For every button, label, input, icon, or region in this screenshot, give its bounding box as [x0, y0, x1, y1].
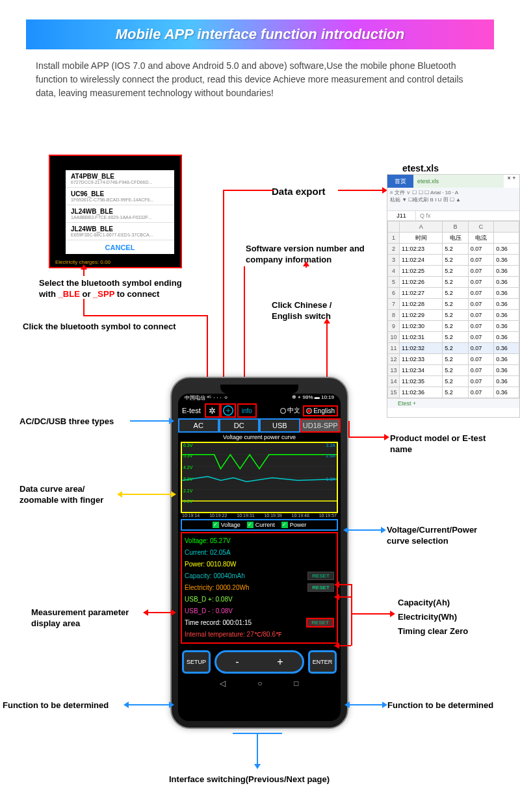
arrow [223, 190, 224, 391]
reset-capacity[interactable]: RESET [307, 572, 334, 580]
legend-power[interactable]: ✓Power [281, 522, 307, 528]
chart-title: Voltage current power curve [178, 433, 341, 442]
bt-device-row[interactable]: AT4PBW_BLE6727DCC9-2174-D748-F948-CFD66D… [66, 170, 174, 188]
tbd-left-label: Function to be determined [3, 700, 109, 711]
lang-cn[interactable]: 中文 [280, 405, 300, 416]
arrow [148, 612, 171, 613]
arrow [244, 266, 245, 392]
bt-device-row[interactable]: JL24WB_BLE1AA8BBB3-F7CE-6029-1AA4-F6332F… [66, 205, 174, 223]
xls-toolbar[interactable]: ≡ 文件 ∨ ☐ ☐ ☐ Arial · 10 · A 粘贴 ▼ ☐格式刷 B … [387, 188, 519, 211]
lang-switch-label: Click Chinese / English switch [272, 300, 350, 322]
android-nav: ◁ ○ □ [178, 676, 341, 689]
param-area-label: Measurement parameter display area [31, 607, 148, 629]
export-icon[interactable] [220, 403, 236, 418]
tab-usb[interactable]: USB [259, 418, 300, 433]
chart-area[interactable]: 6.3V 5.3V 4.2V 3.2V 2.1V 1.1V 3.2A 2.6A … [181, 442, 338, 513]
phone-notch [220, 385, 298, 394]
curve-area-label: Data curve area/ zoomable with finger [20, 484, 124, 506]
data-export-label: Data export [272, 185, 326, 198]
cell-ref[interactable]: J11 [387, 211, 416, 220]
bluetooth-icon[interactable]: ✲ [205, 403, 220, 418]
page-banner: Mobile APP interface function introducti… [26, 19, 494, 49]
xls-grid[interactable]: ABC1时间电压电流211:02:235.20.070.36311:02:245… [387, 221, 519, 398]
sheet-tab[interactable]: Etest + [387, 398, 519, 408]
info-button[interactable]: info [237, 403, 257, 418]
curve-selection-label: Voltage/Current/Power curve selection [387, 525, 497, 547]
arrow [351, 613, 390, 615]
arrow [130, 420, 169, 422]
arrow [83, 270, 84, 276]
arrow [83, 315, 207, 316]
close-icon[interactable]: × + [504, 175, 519, 188]
bt-select-label: Select the bluetooth symbol ending with … [39, 278, 188, 300]
parameters-panel: Voltage: 05.27V Current: 02.05A Power: 0… [181, 532, 338, 644]
arrow [233, 733, 282, 734]
arrow [122, 494, 171, 495]
type-tabs: AC DC USB UD18-SPP [178, 418, 341, 433]
arrow [339, 645, 351, 646]
tab-ac[interactable]: AC [178, 418, 219, 433]
tab-dc[interactable]: DC [219, 418, 260, 433]
three-types-label: AC/DC/USB three types [20, 416, 114, 427]
phone-mockup: 中国电信 ⁴ᴳ ⬝⬝⬝ ᯤ✻ ⌖ 98% ▬ 10:19 E-test ✲ in… [170, 377, 348, 729]
arrow [326, 324, 328, 325]
arrow [122, 494, 124, 495]
bluetooth-dialog-screenshot: AT4PBW_BLE6727DCC9-2174-D748-F948-CFD66D… [49, 155, 182, 268]
bt-device-row[interactable]: JL24WB_BLEE659F30C-86C1-0077-EED1-37CBCA… [66, 223, 174, 240]
arrow [348, 421, 350, 438]
app-toolbar: E-test ✲ info 中文 English [178, 403, 341, 418]
chart-legend: ✓Voltage ✓Current ✓Power [181, 519, 338, 531]
product-model: UD18-SPP [300, 418, 341, 433]
bt-connect-label: Click the bluetooth symbol to connect [23, 322, 176, 333]
arrow [350, 704, 382, 705]
electricity-label: Electricity(Wh) [398, 612, 457, 623]
arrow [339, 596, 351, 598]
timing-label: Timing clear Zero [398, 626, 468, 637]
arrow [348, 529, 350, 531]
back-icon[interactable]: ◁ [220, 679, 226, 688]
arrow [348, 437, 384, 438]
banner-title: Mobile APP interface function introducti… [116, 26, 404, 43]
app-name: E-test [178, 407, 205, 414]
arrow [83, 299, 84, 316]
iface-switch-label: Interface switching(Previous/Next page) [169, 774, 330, 785]
tbd-right-label: Function to be determined [387, 700, 493, 711]
arrow [338, 190, 382, 191]
reset-electricity[interactable]: RESET [307, 583, 334, 592]
product-model-label: Product model or E-test name [390, 433, 488, 455]
arrow [257, 733, 258, 764]
arrow [223, 190, 274, 191]
recent-icon[interactable]: □ [294, 679, 298, 688]
xls-tab-file[interactable]: etest.xls [413, 175, 504, 188]
home-icon[interactable]: ○ [257, 679, 262, 688]
xls-filename: etest.xls [402, 162, 439, 174]
next-page[interactable]: + [277, 656, 283, 668]
page-switcher[interactable]: - + [214, 650, 304, 674]
enter-button[interactable]: ENTER [308, 650, 337, 674]
bottom-button-row: SETUP - + ENTER [178, 645, 341, 676]
capacity-label: Capacity(Ah) [398, 598, 450, 609]
arrow [306, 266, 307, 268]
xls-tab-home[interactable]: 首页 [387, 175, 413, 188]
legend-current[interactable]: ✓Current [247, 522, 275, 528]
spreadsheet: 首页 etest.xls × + ≡ 文件 ∨ ☐ ☐ ☐ Arial · 10… [387, 174, 520, 418]
bt-device-row[interactable]: UC96_BLE1F69261C-C75B-BCAD-99FE-14ACF6..… [66, 188, 174, 205]
arrow [348, 529, 381, 531]
arrow [148, 612, 150, 613]
arrow [351, 584, 352, 646]
arrow [129, 704, 130, 705]
arrow [339, 584, 351, 585]
status-bar: 中国电信 ⁴ᴳ ⬝⬝⬝ ᯤ✻ ⌖ 98% ▬ 10:19 [178, 394, 341, 403]
prev-page[interactable]: - [235, 656, 239, 668]
setup-button[interactable]: SETUP [182, 650, 211, 674]
reset-time[interactable]: RESET [306, 618, 334, 628]
fx-icon: Q [420, 212, 426, 219]
legend-voltage[interactable]: ✓Voltage [213, 522, 240, 528]
intro-paragraph: Install mobile APP (IOS 7.0 and above An… [36, 59, 484, 100]
lang-en[interactable]: English [303, 405, 338, 416]
bt-cancel-button[interactable]: CANCEL [66, 240, 174, 255]
arrow [129, 704, 169, 705]
